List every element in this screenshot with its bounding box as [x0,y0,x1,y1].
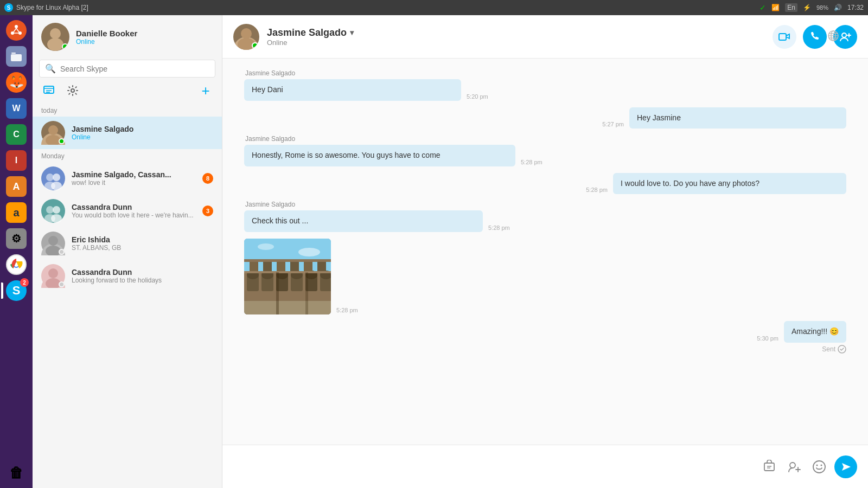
svg-point-82 [813,461,825,473]
svg-point-12 [47,38,63,51]
dock-item-skype[interactable]: S 2 [4,279,28,303]
dock-item-amazon[interactable]: a [4,201,28,224]
check-icon: ✓ [760,3,766,12]
sender-label-3: Jasmine Salgado [244,135,846,143]
svg-point-24 [51,182,62,190]
app-body: 🦊 W C I A a ⚙ S 2 [0,15,868,488]
conv-item-cassandra-dunn2[interactable]: Cassandra Dunn Looking forward to the ho… [33,260,222,292]
sent-indicator: Sent [244,345,846,354]
titlebar-left: S Skype for Linux Alpha [2] [4,3,88,12]
profile-avatar[interactable] [41,23,69,51]
input-actions [760,455,857,478]
video-call-button[interactable] [773,25,796,49]
conv-name: Jasmine Salgado [72,125,213,133]
message-group-7: 5:30 pm Amazing!!! 😊 Sent [244,321,846,354]
conv-item-eric[interactable]: Eric Ishida ST. ALBANS, GB [33,227,222,260]
chat-header-status-dot [252,42,258,49]
dock-item-ubuntu[interactable] [4,18,28,42]
svg-point-79 [790,463,795,468]
dock-item-trash[interactable]: 🗑 [4,461,28,485]
message-group-3: Jasmine Salgado Honestly, Rome is so awe… [244,135,846,166]
conv-badge-group2: 3 [202,206,213,216]
time-4: 5:28 pm [586,187,608,193]
conv-badge-group1: 8 [202,173,213,184]
add-contact-button[interactable] [784,457,804,477]
svg-point-19 [48,125,58,135]
chat-header: Jasmine Salgado ▾ Online [222,15,868,59]
battery-indicator: 98% [816,4,828,11]
time-2: 5:27 pm [602,121,624,127]
section-today: today [33,104,222,117]
svg-point-36 [241,28,252,39]
bluetooth-icon: ⚡ [803,4,811,11]
svg-rect-67 [317,260,326,272]
chat-area: Jasmine Salgado ▾ Online [222,15,868,488]
conv-item-cassandra-dunn-group[interactable]: Cassandra Dunn You would both love it he… [33,195,222,227]
dock-item-chrome[interactable] [4,253,28,277]
conv-info-jasmine: Jasmine Salgado Online [72,125,213,141]
chat-header-name[interactable]: Jasmine Salgado ▾ [267,27,765,38]
conv-avatar-group2 [41,199,65,223]
svg-point-73 [298,248,320,256]
dock-item-firefox[interactable]: 🦊 [4,70,28,94]
svg-rect-38 [779,34,786,40]
message-row-7: 5:30 pm Amazing!!! 😊 [244,321,846,343]
add-button[interactable]: + [198,83,213,98]
titlebar: S Skype for Linux Alpha [2] ✓ 📶 En ⚡ 98%… [0,0,868,15]
profile-info: Danielle Booker Online [76,29,213,46]
svg-rect-69 [244,271,331,273]
time-7: 5:30 pm [757,335,778,342]
ubuntu-dock: 🦊 W C I A a ⚙ S 2 [0,15,33,488]
message-input[interactable] [233,458,753,476]
search-bar[interactable]: 🔍 [39,60,215,78]
conv-name-group1: Jasmine Salgado, Cassan... [72,170,196,179]
chats-button[interactable] [41,83,56,98]
svg-rect-63 [263,260,272,272]
svg-rect-8 [11,54,22,61]
attach-button[interactable] [760,457,779,477]
dock-item-fontviewer[interactable]: A [4,175,28,198]
conv-info-cassandra: Cassandra Dunn Looking forward to the ho… [72,268,213,284]
globe-button[interactable] [826,28,841,43]
chat-header-info: Jasmine Salgado ▾ Online [267,27,765,47]
message-group-photo: 5:28 pm [244,239,846,314]
svg-point-11 [50,28,61,39]
svg-point-39 [842,33,846,37]
dock-item-calc[interactable]: C [4,123,28,146]
svg-rect-62 [250,260,258,272]
dock-item-settings[interactable]: ⚙ [4,227,28,251]
titlebar-title: Skype for Linux Alpha [2] [16,4,88,11]
conv-preview-cassandra: Looking forward to the holidays [72,277,213,284]
sender-label-5: Jasmine Salgado [244,201,846,208]
svg-point-83 [816,464,818,466]
wifi-icon: 📶 [771,4,780,11]
titlebar-right: ✓ 📶 En ⚡ 98% 🔊 17:32 [760,3,864,12]
search-input[interactable] [60,65,209,73]
audio-call-button[interactable] [803,25,827,49]
message-row-2: 5:27 pm Hey Jasmine [244,107,846,129]
bubble-3: Honestly, Rome is so awesome. You guys h… [244,145,515,166]
settings-button[interactable] [65,83,80,98]
dock-item-files[interactable] [4,44,28,68]
sidebar-toolbar: + [33,83,222,104]
dock-item-writer[interactable]: W [4,97,28,120]
emoji-button[interactable] [809,457,829,477]
sidebar: Danielle Booker Online 🔍 [33,15,222,488]
chat-header-actions [773,25,857,49]
dock-item-impress[interactable]: I [4,149,28,172]
input-area [222,445,868,488]
sidebar-profile-header: Danielle Booker Online [33,15,222,56]
svg-point-84 [821,464,822,466]
message-row-3: Honestly, Rome is so awesome. You guys h… [244,145,846,166]
colosseum-photo[interactable] [244,239,331,314]
svg-point-30 [48,236,58,246]
svg-rect-66 [304,260,312,272]
send-button[interactable] [834,455,857,478]
clock: 17:32 [847,4,864,11]
conv-item-jasmine-active[interactable]: Jasmine Salgado Online [33,117,222,149]
conv-avatar-group1 [41,166,65,190]
svg-rect-76 [764,463,774,471]
svg-point-26 [53,206,60,214]
messages-container: Jasmine Salgado Hey Dani 5:20 pm 5:27 pm… [222,59,868,445]
conv-item-group1[interactable]: Jasmine Salgado, Cassan... wow! love it … [33,162,222,195]
